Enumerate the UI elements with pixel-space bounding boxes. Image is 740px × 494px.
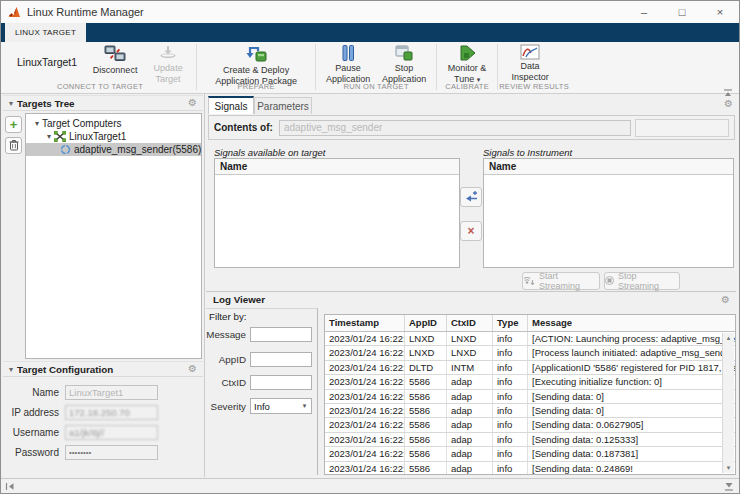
log-row[interactable]: 2023/01/24 16:22:39...5586adapinfo[Sendi… xyxy=(325,433,735,447)
collapse-arrow-icon[interactable]: ▾ xyxy=(32,119,42,128)
tree-node-linuxtarget1[interactable]: ▾ LinuxTarget1 xyxy=(26,130,201,143)
config-row-password: Password xyxy=(3,444,203,460)
group-label-run: RUN ON TARGET xyxy=(317,82,435,93)
data-inspector-button[interactable]: Data Inspector xyxy=(502,42,558,82)
tab-parameters[interactable]: Parameters xyxy=(254,97,312,114)
log-cell: [ACTION: Launching process: adaptive_msg… xyxy=(528,332,735,345)
log-cell: 2023/01/24 16:22:39... xyxy=(325,390,405,403)
message-filter-input[interactable] xyxy=(250,327,312,342)
log-row[interactable]: 2023/01/24 16:22:39...5586adapinfo[Sendi… xyxy=(325,418,735,432)
log-row[interactable]: 2023/01/24 16:22:39...5586adapinfo[Sendi… xyxy=(325,447,735,461)
log-cell: 5586 xyxy=(405,375,447,388)
create-deploy-button[interactable]: Create & Deploy Application Package xyxy=(201,42,311,82)
ctxid-filter-input[interactable] xyxy=(250,375,312,390)
password-label: Password xyxy=(3,447,59,458)
name-column-header: Name xyxy=(215,159,459,175)
disconnect-label: Disconnect xyxy=(93,65,138,75)
log-filter-panel: Filter by: Message AppID CtxID Severity … xyxy=(206,308,318,475)
col-ctxid[interactable]: CtxID xyxy=(447,315,493,331)
ctxid-filter-label: CtxID xyxy=(206,377,246,388)
stop-application-icon xyxy=(394,44,414,62)
pause-application-button[interactable]: Pause Application xyxy=(320,42,376,82)
signals-available-list[interactable] xyxy=(215,175,459,267)
name-field xyxy=(65,385,158,400)
add-signal-icon xyxy=(464,188,478,206)
tree-node-label: Target Computers xyxy=(42,118,121,129)
tree-node-application[interactable]: adaptive_msg_sender(5586) xyxy=(26,143,201,156)
log-cell: info xyxy=(493,404,528,417)
signals-to-instrument-table: Name xyxy=(483,158,734,268)
log-viewer-header: Log Viewer ⚙ xyxy=(206,291,736,307)
gear-icon[interactable]: ⚙ xyxy=(721,294,730,305)
collapse-left-icon[interactable] xyxy=(5,482,15,491)
stop-streaming-icon xyxy=(605,276,614,287)
message-filter-label: Message xyxy=(206,329,246,340)
log-row[interactable]: 2023/01/24 16:22:39...5586adapinfo[Execu… xyxy=(325,375,735,389)
chevron-down-icon: ▾ xyxy=(298,402,311,410)
col-type[interactable]: Type xyxy=(493,315,528,331)
log-row[interactable]: 2023/01/24 16:22:39...5586adapinfo[Sendi… xyxy=(325,390,735,404)
log-row[interactable]: 2023/01/24 16:22:40...5586adapinfo[Sendi… xyxy=(325,462,735,475)
disconnect-button[interactable]: Disconnect xyxy=(86,42,144,82)
scroll-down-icon[interactable]: ▾ xyxy=(723,463,734,473)
collapse-arrow-icon[interactable]: ▾ xyxy=(9,99,13,108)
monitor-tune-button[interactable]: Monitor & Tune ▾ xyxy=(441,42,493,82)
toolbar-group-review: Data Inspector REVIEW RESULTS xyxy=(499,42,569,93)
log-cell: [ApplicationID '5586' registered for PID… xyxy=(528,361,735,374)
add-signal-button[interactable] xyxy=(460,187,482,207)
tab-signals[interactable]: Signals xyxy=(208,96,254,114)
monitor-tune-label: Monitor & Tune xyxy=(448,63,487,84)
log-row[interactable]: 2023/01/24 16:22:39...LNXDLNXDinfo[Proce… xyxy=(325,346,735,360)
add-target-button[interactable]: + xyxy=(5,116,22,133)
tree-node-label: LinuxTarget1 xyxy=(69,131,126,142)
gear-icon[interactable]: ⚙ xyxy=(188,364,197,374)
signals-to-instrument-list[interactable] xyxy=(484,175,733,267)
filter-by-label: Filter by: xyxy=(209,311,247,322)
target-selector[interactable]: LinuxTarget1 xyxy=(8,56,86,68)
col-timestamp[interactable]: Timestamp xyxy=(325,315,405,331)
toolbar: LinuxTarget1 Disconnect Update Target CO… xyxy=(1,42,739,94)
log-row[interactable]: 2023/01/24 16:22:39...DLTDINTMinfo[Appli… xyxy=(325,361,735,375)
maximize-button[interactable]: □ xyxy=(663,1,701,23)
scroll-up-icon[interactable]: ▴ xyxy=(723,333,734,343)
toolbar-group-connect: LinuxTarget1 Disconnect Update Target CO… xyxy=(5,42,195,93)
targets-tree[interactable]: ▾ Target Computers ▾ LinuxTarget1 adapti… xyxy=(25,113,202,359)
panel-splitter[interactable] xyxy=(204,94,205,477)
group-label-calibrate: CALIBRATE xyxy=(438,82,496,93)
log-cell: 2023/01/24 16:22:39... xyxy=(325,404,405,417)
log-cell: LNXD xyxy=(405,346,447,359)
collapse-arrow-icon[interactable]: ▾ xyxy=(44,132,54,141)
pause-icon xyxy=(340,44,356,62)
stop-application-button[interactable]: Stop Application xyxy=(376,42,432,82)
log-cell: 5586 xyxy=(405,433,447,446)
log-cell: 2023/01/24 16:22:39... xyxy=(325,332,405,345)
col-appid[interactable]: AppID xyxy=(405,315,447,331)
log-scrollbar[interactable]: ▴ ▾ xyxy=(722,333,734,473)
log-cell: info xyxy=(493,332,528,345)
log-cell: [Process launch initiated: adaptive_msg_… xyxy=(528,346,735,359)
log-row[interactable]: 2023/01/24 16:22:39...5586adapinfo[Sendi… xyxy=(325,404,735,418)
remove-signal-button[interactable]: × xyxy=(460,221,482,241)
log-cell: 5586 xyxy=(405,404,447,417)
tab-linux-target[interactable]: LINUX TARGET xyxy=(5,23,86,42)
log-cell: info xyxy=(493,418,528,431)
close-button[interactable]: × xyxy=(701,1,739,23)
col-message[interactable]: Message xyxy=(528,315,735,331)
collapse-bottom-icon[interactable] xyxy=(724,482,734,491)
log-cell: 2023/01/24 16:22:39... xyxy=(325,375,405,388)
log-row[interactable]: 2023/01/24 16:22:39...LNXDLNXDinfo[ACTIO… xyxy=(325,332,735,346)
log-cell: info xyxy=(493,447,528,460)
appid-filter-input[interactable] xyxy=(250,352,312,367)
minimize-button[interactable]: – xyxy=(625,1,663,23)
gear-icon[interactable]: ⚙ xyxy=(188,98,197,108)
contents-of-field xyxy=(279,120,631,136)
log-cell: 2023/01/24 16:22:39... xyxy=(325,447,405,460)
gear-icon[interactable]: ⚙ xyxy=(724,98,733,109)
collapse-arrow-icon[interactable]: ▾ xyxy=(9,365,13,374)
target-computer-icon xyxy=(54,131,66,142)
tree-node-target-computers[interactable]: ▾ Target Computers xyxy=(26,117,201,130)
severity-select[interactable]: Info ▾ xyxy=(250,398,312,414)
group-label-connect: CONNECT TO TARGET xyxy=(5,82,195,93)
delete-target-button[interactable] xyxy=(5,137,22,154)
signals-available-label: Signals available on target xyxy=(214,147,325,158)
